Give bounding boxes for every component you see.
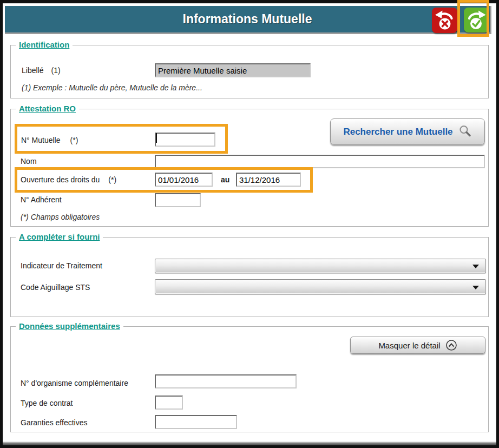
libelle-example-note: (1) Exemple : Mutuelle du père, Mutuelle… bbox=[22, 83, 202, 92]
num-adherent-field[interactable] bbox=[155, 193, 201, 207]
cancel-button[interactable] bbox=[432, 8, 457, 33]
dialog-header: Informations Mutuelle bbox=[5, 6, 491, 34]
num-mutuelle-label: N° Mutuelle(*) bbox=[21, 136, 78, 144]
section-donnees-supplementaires: Données supplémentaires Masquer le détai… bbox=[10, 326, 489, 432]
num-adherent-label: N° Adhérent bbox=[21, 195, 62, 204]
nom-label: Nom bbox=[21, 157, 37, 166]
au-label: au bbox=[221, 175, 229, 184]
garanties-effectives-field[interactable] bbox=[155, 415, 237, 429]
rechercher-mutuelle-label: Rechercher une Mutuelle bbox=[343, 127, 452, 137]
page-title: Informations Mutuelle bbox=[5, 6, 490, 32]
ouverture-required-mark: (*) bbox=[108, 175, 116, 184]
code-aiguillage-label: Code Aiguillage STS bbox=[21, 283, 90, 292]
date-fin-field[interactable] bbox=[236, 173, 301, 187]
section-attestation-ro: Attestation RO Rechercher une Mutuelle N… bbox=[10, 109, 489, 227]
ouverture-droits-label: Ouverture des droits du(*) bbox=[21, 175, 116, 184]
section-identification-title: Identification bbox=[16, 40, 73, 49]
type-contrat-field[interactable] bbox=[155, 396, 183, 410]
chevron-down-icon bbox=[472, 265, 479, 268]
masquer-detail-button[interactable]: Masquer le détail bbox=[350, 337, 485, 354]
masquer-detail-label: Masquer le détail bbox=[378, 341, 440, 350]
dialog-window: Informations Mutuelle bbox=[3, 3, 496, 442]
section-a-completer: A compléter si fourni Indicateur de Trai… bbox=[10, 237, 489, 317]
section-attestation-ro-title: Attestation RO bbox=[16, 104, 79, 113]
section-donnees-supplementaires-title: Données supplémentaires bbox=[16, 321, 123, 331]
organisme-complementaire-label: N° d'organisme complémentaire bbox=[21, 379, 128, 387]
redo-check-icon bbox=[464, 8, 489, 32]
rechercher-mutuelle-button[interactable]: Rechercher une Mutuelle bbox=[330, 118, 485, 145]
nom-field[interactable] bbox=[155, 155, 485, 168]
libelle-field[interactable] bbox=[155, 63, 311, 77]
section-identification: Identification Libellé(1) (1) Exemple : … bbox=[10, 45, 489, 98]
text-caret bbox=[156, 133, 157, 143]
chevron-down-icon bbox=[472, 286, 479, 289]
num-mutuelle-field[interactable] bbox=[155, 133, 215, 147]
type-contrat-label: Type de contrat bbox=[21, 399, 73, 407]
libelle-mark: (1) bbox=[51, 66, 60, 75]
indicateur-traitement-label: Indicateur de Traitement bbox=[21, 261, 102, 270]
date-debut-field[interactable] bbox=[155, 173, 213, 187]
chevron-up-circle-icon bbox=[445, 339, 457, 351]
libelle-label: Libellé(1) bbox=[22, 66, 61, 75]
search-icon bbox=[458, 124, 472, 140]
section-a-completer-title: A compléter si fourni bbox=[16, 232, 103, 241]
num-mutuelle-required-mark: (*) bbox=[70, 136, 78, 144]
organisme-complementaire-field[interactable] bbox=[155, 374, 297, 388]
window-bottom-edge bbox=[3, 442, 496, 445]
validate-button[interactable] bbox=[464, 8, 489, 32]
informations-mutuelle-dialog: Informations Mutuelle bbox=[0, 0, 499, 448]
code-aiguillage-select[interactable] bbox=[155, 279, 486, 294]
indicateur-traitement-select[interactable] bbox=[155, 259, 486, 273]
garanties-effectives-label: Garanties effectives bbox=[21, 418, 87, 427]
undo-x-icon bbox=[432, 8, 457, 33]
champs-obligatoires-note: (*) Champs obligatoires bbox=[21, 213, 100, 221]
